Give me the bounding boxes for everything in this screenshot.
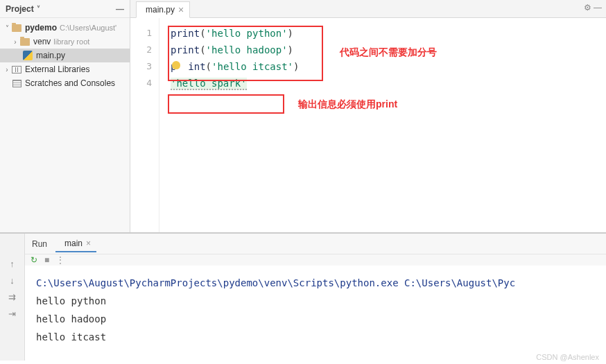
folder-icon (11, 22, 22, 33)
run-panel: ↑ ↓ ⇉ ⇥ Run main × ⚙ — ↻ ■ ⋮ C:\Users\Au… (0, 232, 606, 361)
minimize-icon[interactable]: — (116, 4, 124, 14)
tab-label: main.py (146, 5, 175, 15)
tree-label: External Libraries (25, 64, 89, 74)
tree-main-py[interactable]: main.py (0, 49, 130, 62)
close-icon[interactable]: × (178, 4, 184, 15)
tree-label: main.py (36, 51, 65, 60)
tree-path-hint: C:\Users\August' (60, 24, 116, 32)
intention-bulb-icon[interactable] (172, 61, 180, 69)
expand-icon[interactable]: › (3, 66, 11, 73)
python-file-icon (22, 50, 33, 61)
annotation-text: 代码之间不需要加分号 (340, 46, 437, 59)
run-tab-main[interactable]: main × (55, 236, 96, 252)
console-command: C:\Users\August\PycharmProjects\pydemo\v… (36, 274, 595, 292)
line-gutter: 1 2 3 4 (130, 18, 159, 232)
project-sidebar: Project ˅ — ˅ pydemo C:\Users\August' › … (0, 0, 130, 232)
library-icon (11, 64, 22, 75)
sidebar-header[interactable]: Project ˅ — (0, 0, 130, 18)
line-number: 4 (130, 78, 159, 94)
tree-venv[interactable]: › venv library root (0, 35, 130, 49)
down-arrow-icon[interactable]: ↓ (8, 275, 17, 285)
tree-label: pydemo (25, 23, 57, 33)
line-number: 2 (130, 44, 159, 61)
up-arrow-icon[interactable]: ↑ (8, 259, 17, 268)
console-output[interactable]: C:\Users\August\PycharmProjects\pydemo\v… (25, 266, 606, 361)
gear-icon[interactable]: ⚙ — (584, 3, 602, 12)
chevron-down-icon[interactable]: ˅ (37, 5, 40, 12)
expand-icon[interactable]: ˅ (3, 24, 11, 32)
console-line: hello hadoop (36, 310, 595, 328)
tree-project-root[interactable]: ˅ pydemo C:\Users\August' (0, 21, 130, 35)
line-number: 3 (130, 61, 159, 78)
run-tabs: Run main × ⚙ — (25, 234, 606, 254)
run-tab-label: main (64, 239, 83, 248)
code-line: p int('hello itcast') (159, 61, 606, 78)
watermark: CSDN @Ashenlex (536, 353, 599, 361)
run-toolbar-horizontal: ↻ ■ ⋮ (25, 254, 606, 266)
rerun-icon[interactable]: ↻ (31, 255, 37, 265)
annotation-text: 输出信息必须使用print (298, 98, 397, 111)
console-line: hello itcast (36, 328, 595, 346)
code-editor[interactable]: 1 2 3 4 print('hello python') print('hel… (130, 18, 606, 232)
scratches-icon (11, 78, 22, 89)
editor-tab-main[interactable]: main.py × (136, 1, 190, 18)
sidebar-title: Project (6, 4, 34, 14)
soft-wrap-icon[interactable]: ⇉ (8, 292, 17, 302)
run-panel-label: Run (28, 239, 51, 249)
tree-external-libraries[interactable]: › External Libraries (0, 62, 130, 76)
expand-icon[interactable]: › (11, 38, 19, 46)
run-toolbar-vertical: ↑ ↓ ⇉ ⇥ (0, 234, 25, 361)
console-line: hello python (36, 292, 595, 310)
folder-icon (19, 36, 31, 47)
tree-scratches[interactable]: › Scratches and Consoles (0, 76, 130, 90)
tree-label: Scratches and Consoles (25, 78, 115, 88)
code-content[interactable]: print('hello python') print('hello hadoo… (159, 18, 606, 232)
tree-hint: library root (53, 37, 89, 46)
project-tree: ˅ pydemo C:\Users\August' › venv library… (0, 18, 130, 93)
editor-area: main.py × 1 2 3 4 print('hello python') … (130, 0, 606, 232)
scroll-to-end-icon[interactable]: ⇥ (8, 309, 17, 318)
code-line: print('hello python') (159, 28, 606, 44)
more-icon[interactable]: ⋮ (56, 255, 64, 265)
code-line: 'hello spark' (159, 78, 606, 94)
annotation-box (168, 94, 284, 114)
editor-tabs: main.py × (130, 0, 606, 18)
close-icon[interactable]: × (86, 239, 91, 248)
line-number: 1 (130, 28, 159, 44)
tree-label: venv (33, 37, 51, 46)
stop-icon[interactable]: ■ (44, 255, 49, 265)
